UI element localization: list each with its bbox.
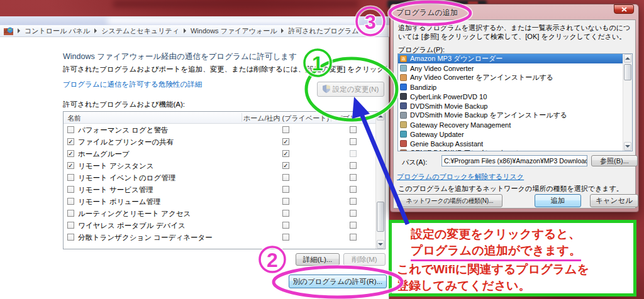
cancel-button[interactable]: キャンセル (590, 194, 638, 207)
home-network-checkbox[interactable] (282, 222, 289, 229)
list-item[interactable]: DVDSmith Movie Backup (398, 101, 632, 111)
home-network-checkbox[interactable]: ✓ (282, 150, 289, 157)
list-item[interactable]: Genie Backup Assistant (398, 139, 632, 148)
home-network-checkbox[interactable] (282, 186, 289, 193)
uac-shield-icon (323, 85, 330, 94)
table-row[interactable]: パフォーマンス ログと警告 (64, 124, 375, 136)
home-network-checkbox[interactable] (282, 198, 289, 205)
list-item[interactable]: DVDSmith Movie Backup をアンインストールする (398, 111, 632, 120)
program-icon (400, 150, 407, 151)
program-enabled-checkbox[interactable]: ✓ (67, 162, 74, 169)
program-enabled-checkbox[interactable] (67, 186, 74, 193)
scroll-up-icon[interactable] (624, 54, 631, 63)
note-line-3: これでWifiに関連するプログラムを (397, 261, 631, 278)
network-location-types-button[interactable]: ネットワークの場所の種類(N)... (397, 194, 502, 207)
desktop: コントロール パネル システムとセキュリティ Windows ファイアウォール … (0, 0, 644, 299)
program-enabled-checkbox[interactable] (67, 222, 74, 229)
list-item[interactable]: Bandizip (398, 82, 632, 92)
public-network-checkbox[interactable] (350, 210, 357, 217)
program-enabled-checkbox[interactable] (67, 234, 74, 241)
home-network-checkbox[interactable] (282, 126, 289, 133)
program-enabled-checkbox[interactable]: ✓ (67, 138, 74, 145)
table-row[interactable]: リモート イベントのログ管理 (64, 171, 375, 183)
program-enabled-checkbox[interactable] (67, 126, 74, 133)
path-label: パス(A): (402, 158, 427, 167)
list-item[interactable]: Any Video Converter をアンインストールする (398, 73, 632, 82)
public-network-checkbox[interactable] (350, 138, 357, 145)
table-row[interactable]: リモート ボリューム管理 (64, 195, 375, 207)
table-row[interactable]: 分散トランザクション コーディネーター (64, 231, 375, 243)
scroll-down-icon[interactable] (377, 240, 384, 249)
program-icon (400, 121, 407, 128)
details-button[interactable]: 詳細(L)... (296, 253, 340, 266)
list-item[interactable]: aAmazon MP3 ダウンローダー (398, 54, 632, 63)
list-scrollbar[interactable] (375, 112, 385, 249)
table-row[interactable]: ✓ホームグループ✓ (64, 148, 375, 160)
program-name: Gateway Recovery Management (410, 121, 511, 129)
home-network-checkbox[interactable] (282, 210, 289, 217)
program-enabled-checkbox[interactable] (67, 198, 74, 205)
breadcrumb-system-security[interactable]: システムとセキュリティ (101, 26, 179, 36)
program-name: リモート ボリューム管理 (78, 197, 161, 207)
network-location-note: このプログラムを追加するネットワークの場所の種類を選択できます。 (398, 184, 623, 193)
allowed-programs-list: 名前 ホーム/社内 (プライベート) パブリック パフォーマンス ログと警告✓フ… (63, 111, 386, 249)
list-item[interactable]: Gateway Updater (398, 129, 632, 139)
program-enabled-checkbox[interactable] (67, 174, 74, 181)
scrollbar-thumb[interactable] (624, 64, 631, 80)
program-icon (400, 140, 407, 147)
public-network-checkbox[interactable] (350, 174, 357, 181)
program-enabled-checkbox[interactable] (67, 210, 74, 217)
program-name: Bandizip (410, 84, 436, 91)
add-button[interactable]: 追加 (535, 194, 581, 207)
scrollbar-thumb[interactable] (377, 202, 384, 232)
breadcrumb-windows-firewall[interactable]: Windows ファイアウォール (191, 26, 277, 36)
remove-button[interactable]: 削除(M) (343, 253, 386, 266)
home-network-checkbox[interactable]: ✓ (282, 162, 289, 169)
program-name: リモート イベントのログ管理 (78, 173, 175, 183)
public-network-checkbox[interactable] (350, 150, 357, 157)
table-row[interactable]: ルーティングとリモート アクセス (64, 207, 375, 219)
dialog-instruction: 追加するプログラムを選択するか、または一覧表示されていないものについては [参照… (398, 23, 632, 41)
path-input[interactable]: C:¥Program Files (x86)¥Amazon¥MP3 Downlo… (441, 155, 587, 166)
public-network-checkbox[interactable] (350, 222, 357, 229)
browse-button[interactable]: 参照(B)... (591, 155, 638, 166)
breadcrumb-control-panel[interactable]: コントロール パネル (25, 26, 90, 36)
public-network-checkbox[interactable] (350, 126, 357, 133)
list-item[interactable]: Gateway Recovery Management (398, 120, 632, 129)
list-item[interactable]: CyberLink PowerDVD 10 (398, 92, 632, 101)
program-name: ワイヤレス ポータブル デバイス (78, 221, 186, 231)
unblock-risk-link[interactable]: プログラムのブロックを解除するリスク (397, 172, 524, 182)
allowed-programs-rows: パフォーマンス ログと警告✓ファイルとプリンターの共有✓✓ホームグループ✓✓リモ… (64, 124, 375, 249)
program-list-scrollbar[interactable] (623, 54, 632, 151)
column-name[interactable]: 名前 (67, 114, 81, 123)
risk-details-link[interactable]: プログラムに通信を許可する危険性の詳細 (63, 80, 202, 89)
table-row[interactable]: ワイヤレス ポータブル デバイス (64, 219, 375, 231)
allow-another-program-button[interactable]: 別のプログラムの許可(R)... (289, 275, 387, 288)
firewall-icon (4, 27, 13, 35)
program-name: Any Video Converter (410, 65, 474, 72)
scroll-down-icon[interactable] (624, 142, 631, 151)
program-icon: a (400, 55, 407, 62)
change-settings-button[interactable]: 設定の変更(N) (317, 82, 384, 97)
list-item[interactable]: Any Video Converter (398, 63, 632, 73)
breadcrumb-allowed-programs[interactable]: 許可されたプログラム (288, 26, 358, 36)
table-row[interactable]: リモート サービス管理 (64, 183, 375, 195)
home-network-checkbox[interactable] (282, 234, 289, 241)
public-network-checkbox[interactable] (350, 186, 357, 193)
close-icon[interactable] (614, 4, 634, 14)
table-row[interactable]: ✓リモート アシスタンス✓ (64, 160, 375, 171)
blurred-window-title (0, 16, 389, 25)
public-network-checkbox[interactable] (350, 234, 357, 241)
program-name: GENIE BACKUP アンインストール (410, 148, 520, 151)
column-public[interactable]: パブリック (331, 114, 375, 123)
scroll-up-icon[interactable] (377, 112, 384, 121)
public-network-checkbox[interactable] (350, 198, 357, 205)
column-home-private[interactable]: ホーム/社内 (プライベート) (242, 114, 331, 123)
home-network-checkbox[interactable]: ✓ (282, 138, 289, 145)
program-icon (400, 112, 407, 119)
table-row[interactable]: ✓ファイルとプリンターの共有✓ (64, 136, 375, 148)
public-network-checkbox[interactable] (350, 162, 357, 169)
program-enabled-checkbox[interactable]: ✓ (67, 150, 74, 157)
list-item[interactable]: GENIE BACKUP アンインストール (398, 148, 632, 151)
home-network-checkbox[interactable] (282, 174, 289, 181)
